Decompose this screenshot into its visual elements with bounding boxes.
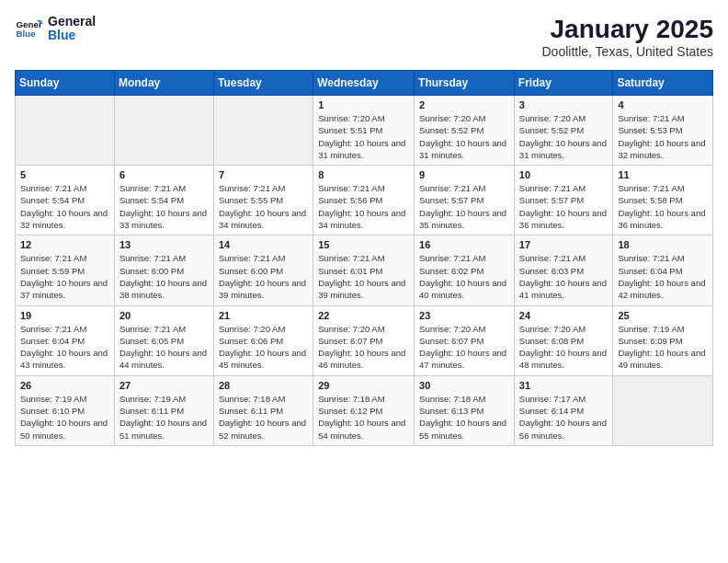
day-info: Sunrise: 7:20 AM Sunset: 5:52 PM Dayligh… xyxy=(519,112,609,161)
day-info: Sunrise: 7:21 AM Sunset: 5:59 PM Dayligh… xyxy=(20,252,109,301)
calendar-cell: 2 Sunrise: 7:20 AM Sunset: 5:52 PM Dayli… xyxy=(415,96,515,166)
day-info: Sunrise: 7:20 AM Sunset: 5:52 PM Dayligh… xyxy=(419,112,509,161)
calendar-cell: 16 Sunrise: 7:21 AM Sunset: 6:02 PM Dayl… xyxy=(415,236,515,305)
calendar-cell: 25 Sunrise: 7:19 AM Sunset: 6:09 PM Dayl… xyxy=(613,305,713,375)
calendar-cell: 28 Sunrise: 7:18 AM Sunset: 6:11 PM Dayl… xyxy=(213,375,313,445)
calendar-cell: 20 Sunrise: 7:21 AM Sunset: 6:05 PM Dayl… xyxy=(114,305,213,375)
day-number: 28 xyxy=(219,380,308,391)
calendar-week-5: 26 Sunrise: 7:19 AM Sunset: 6:10 PM Dayl… xyxy=(16,375,713,445)
day-info: Sunrise: 7:19 AM Sunset: 6:10 PM Dayligh… xyxy=(20,393,109,442)
calendar-table: Sunday Monday Tuesday Wednesday Thursday… xyxy=(15,70,713,446)
col-monday: Monday xyxy=(114,71,213,96)
calendar-cell: 24 Sunrise: 7:20 AM Sunset: 6:08 PM Dayl… xyxy=(514,305,613,375)
day-info: Sunrise: 7:21 AM Sunset: 6:01 PM Dayligh… xyxy=(318,252,409,301)
calendar-cell: 26 Sunrise: 7:19 AM Sunset: 6:10 PM Dayl… xyxy=(16,375,115,445)
day-number: 6 xyxy=(119,169,209,180)
calendar-cell: 18 Sunrise: 7:21 AM Sunset: 6:04 PM Dayl… xyxy=(613,236,713,305)
calendar-cell: 22 Sunrise: 7:20 AM Sunset: 6:07 PM Dayl… xyxy=(313,305,415,375)
calendar-cell: 30 Sunrise: 7:18 AM Sunset: 6:13 PM Dayl… xyxy=(415,375,515,445)
calendar-cell: 31 Sunrise: 7:17 AM Sunset: 6:14 PM Dayl… xyxy=(514,375,613,445)
calendar-cell: 7 Sunrise: 7:21 AM Sunset: 5:55 PM Dayli… xyxy=(213,166,313,236)
day-info: Sunrise: 7:21 AM Sunset: 6:03 PM Dayligh… xyxy=(519,252,609,301)
page-header: General Blue General Blue January 2025 D… xyxy=(15,15,713,59)
day-info: Sunrise: 7:17 AM Sunset: 6:14 PM Dayligh… xyxy=(519,393,609,442)
day-number: 27 xyxy=(119,380,209,391)
day-info: Sunrise: 7:20 AM Sunset: 6:07 PM Dayligh… xyxy=(419,323,509,372)
day-info: Sunrise: 7:18 AM Sunset: 6:12 PM Dayligh… xyxy=(318,393,409,442)
calendar-cell: 13 Sunrise: 7:21 AM Sunset: 6:00 PM Dayl… xyxy=(114,236,213,305)
calendar-week-2: 5 Sunrise: 7:21 AM Sunset: 5:54 PM Dayli… xyxy=(16,166,713,236)
day-info: Sunrise: 7:21 AM Sunset: 5:54 PM Dayligh… xyxy=(119,182,209,231)
day-info: Sunrise: 7:19 AM Sunset: 6:09 PM Dayligh… xyxy=(618,323,708,372)
title-block: January 2025 Doolittle, Texas, United St… xyxy=(541,15,713,59)
calendar-cell: 17 Sunrise: 7:21 AM Sunset: 6:03 PM Dayl… xyxy=(514,236,613,305)
col-wednesday: Wednesday xyxy=(313,71,415,96)
calendar-cell xyxy=(613,375,713,445)
calendar-cell xyxy=(213,96,313,166)
day-info: Sunrise: 7:21 AM Sunset: 5:53 PM Dayligh… xyxy=(618,112,708,161)
day-number: 25 xyxy=(618,310,708,321)
svg-text:Blue: Blue xyxy=(17,29,37,39)
calendar-cell: 4 Sunrise: 7:21 AM Sunset: 5:53 PM Dayli… xyxy=(613,96,713,166)
day-info: Sunrise: 7:21 AM Sunset: 6:04 PM Dayligh… xyxy=(20,323,109,372)
calendar-cell: 3 Sunrise: 7:20 AM Sunset: 5:52 PM Dayli… xyxy=(514,96,613,166)
day-number: 19 xyxy=(20,310,109,321)
day-number: 24 xyxy=(519,310,609,321)
header-row: Sunday Monday Tuesday Wednesday Thursday… xyxy=(16,71,713,96)
day-info: Sunrise: 7:19 AM Sunset: 6:11 PM Dayligh… xyxy=(119,393,209,442)
calendar-cell: 14 Sunrise: 7:21 AM Sunset: 6:00 PM Dayl… xyxy=(213,236,313,305)
day-number: 20 xyxy=(119,310,209,321)
calendar-title: January 2025 xyxy=(541,15,713,44)
day-number: 1 xyxy=(318,99,409,110)
calendar-cell xyxy=(114,96,213,166)
calendar-week-3: 12 Sunrise: 7:21 AM Sunset: 5:59 PM Dayl… xyxy=(16,236,713,305)
calendar-cell: 1 Sunrise: 7:20 AM Sunset: 5:51 PM Dayli… xyxy=(313,96,415,166)
calendar-cell: 6 Sunrise: 7:21 AM Sunset: 5:54 PM Dayli… xyxy=(114,166,213,236)
day-info: Sunrise: 7:18 AM Sunset: 6:13 PM Dayligh… xyxy=(419,393,509,442)
day-number: 30 xyxy=(419,380,509,391)
calendar-cell: 29 Sunrise: 7:18 AM Sunset: 6:12 PM Dayl… xyxy=(313,375,415,445)
day-number: 21 xyxy=(219,310,308,321)
day-number: 31 xyxy=(519,380,609,391)
col-sunday: Sunday xyxy=(16,71,115,96)
day-info: Sunrise: 7:21 AM Sunset: 6:00 PM Dayligh… xyxy=(219,252,308,301)
calendar-cell: 27 Sunrise: 7:19 AM Sunset: 6:11 PM Dayl… xyxy=(114,375,213,445)
calendar-week-1: 1 Sunrise: 7:20 AM Sunset: 5:51 PM Dayli… xyxy=(16,96,713,166)
calendar-cell: 15 Sunrise: 7:21 AM Sunset: 6:01 PM Dayl… xyxy=(313,236,415,305)
day-number: 2 xyxy=(419,99,509,110)
day-info: Sunrise: 7:21 AM Sunset: 6:02 PM Dayligh… xyxy=(419,252,509,301)
logo-text-blue: Blue xyxy=(48,29,96,42)
day-number: 23 xyxy=(419,310,509,321)
day-info: Sunrise: 7:21 AM Sunset: 5:54 PM Dayligh… xyxy=(20,182,109,231)
day-number: 22 xyxy=(318,310,409,321)
calendar-cell xyxy=(16,96,115,166)
calendar-cell: 10 Sunrise: 7:21 AM Sunset: 5:57 PM Dayl… xyxy=(514,166,613,236)
logo-icon: General Blue xyxy=(15,15,42,42)
day-info: Sunrise: 7:21 AM Sunset: 6:04 PM Dayligh… xyxy=(618,252,708,301)
calendar-week-4: 19 Sunrise: 7:21 AM Sunset: 6:04 PM Dayl… xyxy=(16,305,713,375)
day-number: 9 xyxy=(419,169,509,180)
day-info: Sunrise: 7:21 AM Sunset: 5:57 PM Dayligh… xyxy=(519,182,609,231)
calendar-cell: 8 Sunrise: 7:21 AM Sunset: 5:56 PM Dayli… xyxy=(313,166,415,236)
day-info: Sunrise: 7:21 AM Sunset: 5:57 PM Dayligh… xyxy=(419,182,509,231)
calendar-header: Sunday Monday Tuesday Wednesday Thursday… xyxy=(16,71,713,96)
day-info: Sunrise: 7:21 AM Sunset: 6:00 PM Dayligh… xyxy=(119,252,209,301)
col-tuesday: Tuesday xyxy=(213,71,313,96)
calendar-cell: 9 Sunrise: 7:21 AM Sunset: 5:57 PM Dayli… xyxy=(415,166,515,236)
day-info: Sunrise: 7:20 AM Sunset: 6:06 PM Dayligh… xyxy=(219,323,308,372)
day-info: Sunrise: 7:18 AM Sunset: 6:11 PM Dayligh… xyxy=(219,393,308,442)
day-number: 10 xyxy=(519,169,609,180)
day-number: 14 xyxy=(219,239,308,250)
calendar-cell: 23 Sunrise: 7:20 AM Sunset: 6:07 PM Dayl… xyxy=(415,305,515,375)
day-number: 13 xyxy=(119,239,209,250)
calendar-cell: 19 Sunrise: 7:21 AM Sunset: 6:04 PM Dayl… xyxy=(16,305,115,375)
day-number: 26 xyxy=(20,380,109,391)
day-info: Sunrise: 7:20 AM Sunset: 6:08 PM Dayligh… xyxy=(519,323,609,372)
day-number: 4 xyxy=(618,99,708,110)
day-number: 8 xyxy=(318,169,409,180)
day-number: 7 xyxy=(219,169,308,180)
calendar-subtitle: Doolittle, Texas, United States xyxy=(541,44,713,59)
calendar-cell: 11 Sunrise: 7:21 AM Sunset: 5:58 PM Dayl… xyxy=(613,166,713,236)
day-info: Sunrise: 7:20 AM Sunset: 6:07 PM Dayligh… xyxy=(318,323,409,372)
day-number: 17 xyxy=(519,239,609,250)
